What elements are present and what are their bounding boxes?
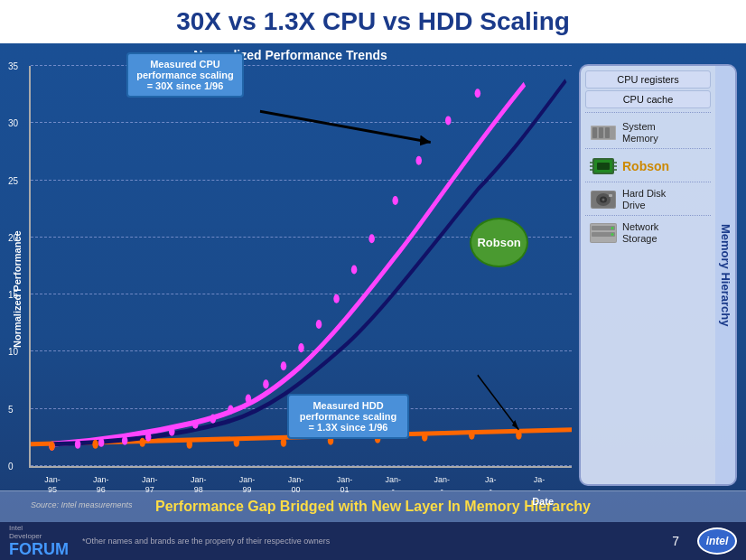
hdd-item: Hard DiskDrive — [585, 184, 711, 216]
svg-point-9 — [228, 406, 234, 415]
svg-point-10 — [246, 394, 252, 403]
svg-point-26 — [234, 438, 240, 447]
svg-point-30 — [422, 433, 428, 442]
memory-sidebar: CPU registers CPU cache — [579, 64, 737, 486]
svg-point-6 — [169, 427, 175, 436]
svg-point-15 — [333, 294, 340, 303]
page-title: 30X vs 1.3X CPU vs HDD Scaling — [18, 7, 728, 36]
x-tick-05: Ja-- — [534, 475, 546, 495]
network-storage-label: NetworkStorage — [622, 221, 658, 245]
svg-point-18 — [392, 196, 398, 205]
svg-rect-44 — [597, 163, 610, 170]
robson-item: Robson — [585, 151, 711, 182]
svg-rect-40 — [599, 127, 603, 138]
chart-section: Normalized Performance Trends Measured C… — [9, 48, 572, 486]
y-tick-30: 30 — [8, 118, 18, 128]
svg-point-22 — [49, 442, 55, 451]
svg-point-12 — [281, 361, 287, 370]
svg-point-24 — [139, 438, 145, 447]
y-tick-35: 35 — [8, 61, 18, 71]
x-tick-99: Jan-99 — [239, 475, 256, 495]
robson-label: Robson — [477, 236, 520, 249]
footer-page-number: 7 — [672, 534, 679, 548]
y-tick-10: 10 — [8, 347, 18, 357]
x-tick-04: Ja-- — [485, 475, 497, 495]
y-tick-20: 20 — [8, 233, 18, 243]
svg-point-19 — [415, 156, 422, 165]
svg-point-61 — [611, 227, 614, 229]
idf-logo: Intel Developer FORUM — [9, 524, 69, 559]
cpu-cache-label: CPU cache — [585, 90, 711, 108]
y-tick-25: 25 — [8, 175, 18, 185]
svg-point-7 — [192, 420, 199, 429]
title-bar: 30X vs 1.3X CPU vs HDD Scaling — [0, 0, 746, 43]
main-container: 30X vs 1.3X CPU vs HDD Scaling Normalize… — [0, 0, 746, 560]
callout-hdd: Measured HDD performance scaling = 1.3X … — [287, 394, 409, 439]
svg-line-33 — [260, 111, 431, 142]
callout-cpu: Measured CPU performance scaling = 30X s… — [126, 52, 244, 98]
svg-point-14 — [316, 320, 322, 329]
svg-point-4 — [122, 436, 128, 445]
svg-point-17 — [368, 234, 375, 243]
memory-items: CPU registers CPU cache — [581, 66, 715, 484]
system-memory-icon — [589, 120, 618, 145]
network-storage-icon — [589, 220, 618, 246]
svg-point-3 — [98, 438, 105, 447]
svg-point-31 — [469, 431, 475, 440]
svg-rect-39 — [592, 127, 597, 138]
memory-hierarchy-box: CPU registers CPU cache — [579, 64, 737, 486]
svg-line-35 — [478, 375, 519, 429]
footer-disclaimer: *Other names and brands are the property… — [82, 536, 654, 547]
footer: Intel Developer FORUM *Other names and b… — [0, 522, 746, 560]
x-tick-97: Jan-97 — [142, 475, 158, 495]
svg-point-25 — [187, 440, 193, 449]
y-tick-5: 5 — [8, 404, 14, 414]
y-tick-15: 15 — [8, 289, 18, 299]
svg-point-5 — [145, 433, 152, 442]
x-tick-98: Jan-98 — [191, 475, 207, 495]
system-memory-label: SystemMemory — [622, 121, 658, 145]
svg-point-32 — [516, 431, 522, 440]
svg-rect-41 — [605, 127, 610, 138]
svg-point-62 — [611, 233, 614, 236]
x-axis-label: Date — [532, 496, 554, 507]
x-tick-03: Jan-- — [434, 475, 450, 495]
x-tick-01: Jan-01 — [337, 475, 353, 495]
svg-rect-56 — [609, 194, 612, 197]
x-tick-96: Jan-96 — [93, 475, 109, 495]
svg-point-23 — [92, 440, 98, 449]
svg-point-13 — [298, 343, 304, 352]
intel-logo: intel — [697, 527, 737, 555]
system-memory-item: SystemMemory — [585, 117, 711, 149]
robson-memory-label: Robson — [622, 159, 669, 174]
svg-point-20 — [445, 116, 452, 125]
cpu-registers-label: CPU registers — [585, 70, 711, 89]
source-text: Source: Intel measurements — [31, 500, 133, 509]
x-tick-95: Jan-95 — [44, 475, 61, 495]
x-tick-02: Jan-- — [386, 475, 402, 495]
memory-hierarchy-title: Memory Hierarchy — [715, 66, 735, 484]
svg-point-11 — [263, 379, 269, 388]
x-tick-00: Jan-00 — [288, 475, 304, 495]
network-storage-item: NetworkStorage — [585, 218, 711, 248]
svg-point-16 — [351, 265, 358, 274]
robson-memory-icon — [589, 154, 618, 179]
hdd-icon — [589, 187, 618, 212]
y-tick-0: 0 — [8, 462, 14, 471]
chart-title: Normalized Performance Trends — [9, 48, 572, 62]
svg-point-2 — [75, 440, 81, 449]
hdd-label: Hard DiskDrive — [622, 188, 666, 211]
content-area: Normalized Performance Trends Measured C… — [0, 43, 746, 490]
y-axis-label: Normalized Performance — [9, 66, 25, 486]
svg-point-8 — [210, 415, 217, 424]
svg-point-27 — [281, 438, 287, 447]
svg-point-55 — [602, 199, 605, 201]
svg-point-21 — [475, 89, 481, 98]
